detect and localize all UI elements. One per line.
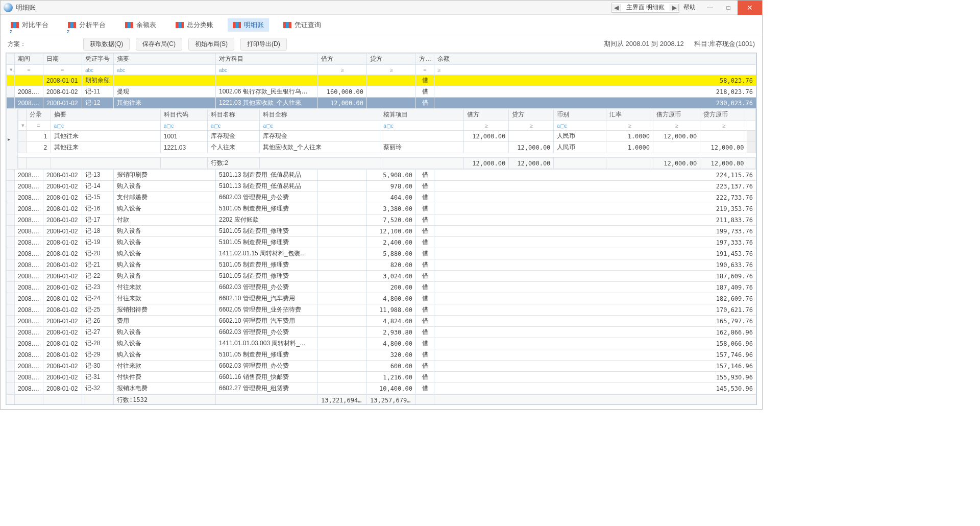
footer-table: 行数:1532 13,221,694.00 13,257,679.76: [6, 394, 756, 405]
opening-balance-row[interactable]: 2008-01-01期初余额借58,023.76: [7, 75, 756, 86]
analysis-icon: [68, 22, 76, 28]
action-bar: 方案： 获取数据(Q) 保存布局(C) 初始布局(S) 打印导出(D) 期间从 …: [1, 35, 762, 53]
grid-wrap: 期间 日期 凭证字号 摘要 对方科目 借方 贷方 方向 余额 ▾ = =: [1, 53, 762, 409]
voucher-icon: [283, 22, 291, 28]
title-bar: 明细账 ◀ 主界面 明细账 ▶ 帮助 — □ ✕: [1, 1, 762, 15]
main-header-row[interactable]: 期间 日期 凭证字号 摘要 对方科目 借方 贷方 方向 余额: [7, 54, 756, 65]
table-row[interactable]: 2008.012008-01-02记-30付往来款6602.03 管理费用_办公…: [7, 361, 756, 372]
sub-row[interactable]: 2其他往来1221.03个人往来其他应收款_个人往来蔡丽玲12,000.00人民…: [18, 142, 756, 153]
tab-label: 对比平台: [22, 20, 48, 30]
table-row[interactable]: 2008.012008-01-02记-23付往来款6602.03 管理费用_办公…: [7, 282, 756, 293]
tab-general-ledger[interactable]: 总分类账: [170, 18, 218, 32]
table-row[interactable]: 2008.012008-01-02记-11提现1002.06 银行存款_民生银行…: [7, 86, 756, 98]
col-voucher[interactable]: 凭证字号: [82, 54, 114, 65]
breadcrumb-nav: ◀ 主界面 明细账 ▶: [611, 3, 679, 13]
table-row[interactable]: 2008.012008-01-02记-17付款2202 应付账款7,520.00…: [7, 214, 756, 226]
col-counter[interactable]: 对方科目: [216, 54, 318, 65]
table-row[interactable]: 2008.012008-01-02记-13报销印刷费5101.13 制造费用_低…: [7, 170, 756, 181]
footer-credit: 13,257,679.76: [367, 395, 416, 405]
app-logo-icon: [4, 3, 13, 12]
subject-text: 科目:库存现金(1001): [694, 39, 755, 49]
nav-path[interactable]: 主界面 明细账: [621, 3, 670, 12]
table-row[interactable]: 2008.012008-01-02记-18购入设备5101.05 制造费用_修理…: [7, 226, 756, 237]
nav-next-button[interactable]: ▶: [670, 4, 679, 11]
app-window: 明细账 ◀ 主界面 明细账 ▶ 帮助 — □ ✕ 对比平台 分析平台 余额表 总…: [0, 0, 763, 410]
fetch-data-button[interactable]: 获取数据(Q): [83, 38, 130, 51]
table-row[interactable]: 2008.012008-01-02记-22购入设备5101.05 制造费用_修理…: [7, 271, 756, 282]
subgrid-expand-handle[interactable]: [7, 109, 18, 169]
sub-filter-row[interactable]: ▾=a▢ca▢ca▢ca▢ca▢c≥≥a▢c≥≥≥: [18, 121, 756, 131]
init-layout-button[interactable]: 初始布局(S): [188, 38, 234, 51]
table-row[interactable]: 2008.012008-01-02记-29购入设备5101.05 制造费用_修理…: [7, 349, 756, 361]
col-dir[interactable]: 方向: [416, 54, 434, 65]
table-row[interactable]: 2008.012008-01-02记-20购入设备1411.02.01.15 周…: [7, 248, 756, 259]
nav-prev-button[interactable]: ◀: [612, 4, 621, 11]
balance-icon: [125, 22, 133, 28]
sub-row[interactable]: 1其他往来1001库存现金库存现金12,000.00人民币1.000012,00…: [18, 131, 756, 142]
sub-totals-row: 行数:2 12,000.0012,000.00 12,000.0012,000.…: [18, 158, 756, 169]
col-balance[interactable]: 余额: [434, 54, 756, 65]
table-row[interactable]: 2008.012008-01-02记-24付往来款6602.10 管理费用_汽车…: [7, 293, 756, 304]
ledger-icon: [176, 22, 184, 28]
table-row[interactable]: 2008.012008-01-02记-16购入设备5101.05 制造费用_修理…: [7, 203, 756, 214]
footer-row: 行数:1532 13,221,694.00 13,257,679.76: [7, 395, 756, 405]
help-link[interactable]: 帮助: [683, 3, 696, 12]
maximize-button[interactable]: □: [719, 1, 738, 15]
table-row[interactable]: 2008.012008-01-02记-27购入设备6602.03 管理费用_办公…: [7, 327, 756, 338]
table-row[interactable]: 2008.012008-01-02记-32报销水电费6602.27 管理费用_租…: [7, 383, 756, 394]
tab-voucher-query[interactable]: 凭证查询: [278, 18, 326, 32]
table-row[interactable]: 2008.012008-01-02记-28购入设备1411.01.01.03.0…: [7, 338, 756, 349]
tab-label: 明细账: [244, 20, 264, 30]
table-row[interactable]: 2008.012008-01-02记-26费用6602.10 管理费用_汽车费用…: [7, 316, 756, 327]
close-button[interactable]: ✕: [738, 1, 762, 15]
col-date[interactable]: 日期: [43, 54, 82, 65]
table-row[interactable]: 2008.012008-01-02记-12其他往来1221.03 其他应收款_个…: [7, 98, 756, 109]
table-row[interactable]: 2008.012008-01-02记-21购入设备5101.05 制造费用_修理…: [7, 259, 756, 271]
table-row[interactable]: 2008.012008-01-02记-14购入设备5101.13 制造费用_低值…: [7, 181, 756, 192]
tab-analysis-platform[interactable]: 分析平台: [63, 18, 111, 32]
tab-balance[interactable]: 余额表: [120, 18, 161, 32]
main-table[interactable]: 期间 日期 凭证字号 摘要 对方科目 借方 贷方 方向 余额 ▾ = =: [6, 53, 756, 394]
col-debit[interactable]: 借方: [318, 54, 367, 65]
tab-compare-platform[interactable]: 对比平台: [6, 18, 54, 32]
sub-header-row[interactable]: 分录摘要科目代码科目名称科目全称核算项目借方贷方币别汇率借方原币贷方原币: [18, 109, 756, 121]
col-summary[interactable]: 摘要: [114, 54, 216, 65]
minimize-button[interactable]: —: [701, 1, 719, 15]
footer-debit: 13,221,694.00: [318, 395, 367, 405]
detail-icon: [233, 22, 241, 28]
save-layout-button[interactable]: 保存布局(C): [136, 38, 182, 51]
toolbar: 对比平台 分析平台 余额表 总分类账 明细账 凭证查询: [1, 15, 762, 35]
tab-label: 总分类账: [187, 20, 213, 30]
col-period[interactable]: 期间: [15, 54, 43, 65]
compare-icon: [11, 22, 19, 28]
tab-detail-ledger[interactable]: 明细账: [228, 18, 269, 32]
tab-label: 余额表: [136, 20, 156, 30]
main-filter-row[interactable]: ▾ = = abc abc abc ≥ ≥ = ≥: [7, 65, 756, 75]
sub-grid[interactable]: 分录摘要科目代码科目名称科目全称核算项目借方贷方币别汇率借方原币贷方原币 ▾=a…: [18, 109, 756, 169]
window-title: 明细账: [16, 3, 36, 12]
period-range-text: 期间从 2008.01 到 2008.12: [604, 39, 684, 49]
table-row[interactable]: 2008.012008-01-02记-31付快件费6601.16 销售费用_快邮…: [7, 372, 756, 383]
print-export-button[interactable]: 打印导出(D): [240, 38, 287, 51]
col-credit[interactable]: 贷方: [367, 54, 416, 65]
sub-rowcount: 行数:2: [207, 158, 259, 169]
table-row[interactable]: 2008.012008-01-02记-15支付邮递费6602.03 管理费用_办…: [7, 192, 756, 203]
scheme-label: 方案：: [8, 40, 26, 49]
table-row[interactable]: 2008.012008-01-02记-19购入设备5101.05 制造费用_修理…: [7, 237, 756, 248]
tab-label: 分析平台: [79, 20, 106, 30]
footer-rowcount: 行数:1532: [114, 395, 216, 405]
main-grid[interactable]: 期间 日期 凭证字号 摘要 对方科目 借方 贷方 方向 余额 ▾ = =: [6, 53, 757, 405]
tab-label: 凭证查询: [295, 20, 321, 30]
table-row[interactable]: 2008.012008-01-02记-25报销招待费6602.05 管理费用_业…: [7, 304, 756, 316]
